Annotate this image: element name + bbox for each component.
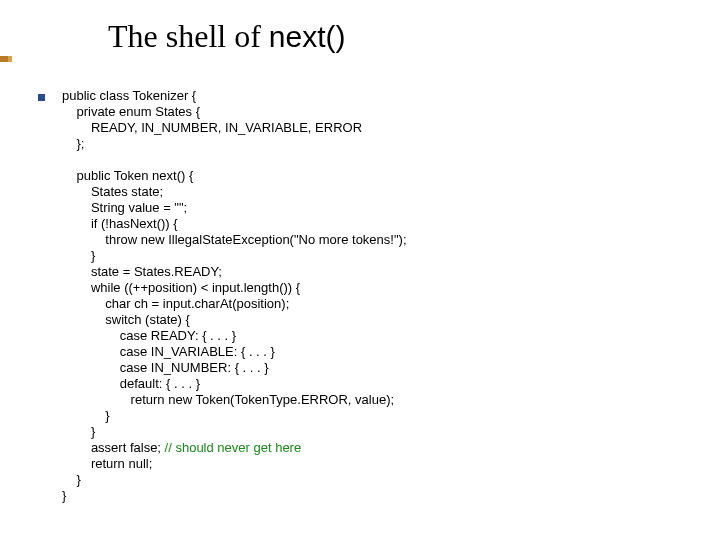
code-line: private enum States { [62, 104, 200, 119]
code-line: States state; [62, 184, 163, 199]
code-line: case IN_NUMBER: { . . . } [62, 360, 269, 375]
title-prefix: The shell of [108, 18, 269, 54]
code-line: while ((++position) < input.length()) { [62, 280, 300, 295]
code-line: assert false; [62, 440, 165, 455]
code-line: String value = ""; [62, 200, 187, 215]
code-line: if (!hasNext()) { [62, 216, 178, 231]
code-comment: // should never get here [165, 440, 302, 455]
slide-title: The shell of next() [108, 18, 346, 55]
code-line: return null; [62, 456, 152, 471]
title-function: next() [269, 20, 346, 53]
code-line: case READY: { . . . } [62, 328, 236, 343]
code-line: } [62, 488, 66, 503]
code-line: } [62, 424, 95, 439]
code-line: throw new IllegalStateException("No more… [62, 232, 407, 247]
code-line: } [62, 472, 81, 487]
code-block: public class Tokenizer { private enum St… [62, 88, 407, 504]
accent-bar-dark [0, 56, 8, 62]
code-line: } [62, 248, 95, 263]
code-line: default: { . . . } [62, 376, 200, 391]
code-line: }; [62, 136, 84, 151]
code-line: case IN_VARIABLE: { . . . } [62, 344, 275, 359]
code-line: return new Token(TokenType.ERROR, value)… [62, 392, 394, 407]
bullet-icon [38, 94, 45, 101]
code-line: state = States.READY; [62, 264, 222, 279]
code-line: switch (state) { [62, 312, 190, 327]
code-line: public Token next() { [62, 168, 193, 183]
code-line: READY, IN_NUMBER, IN_VARIABLE, ERROR [62, 120, 362, 135]
code-line: public class Tokenizer { [62, 88, 196, 103]
code-line: char ch = input.charAt(position); [62, 296, 289, 311]
accent-bar-light [8, 56, 12, 62]
code-line: } [62, 408, 110, 423]
